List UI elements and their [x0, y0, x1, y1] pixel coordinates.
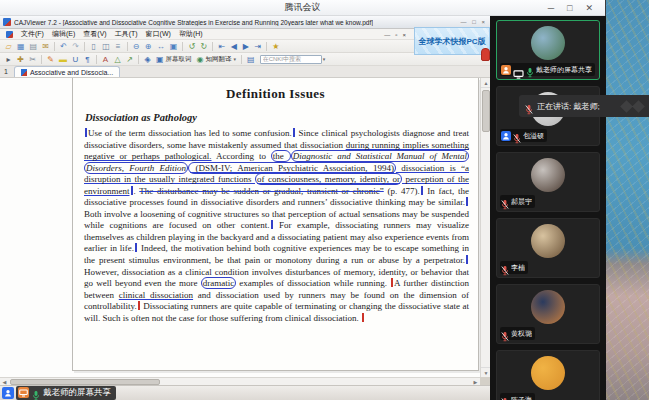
snapshot-icon[interactable]: ✂ [27, 54, 38, 65]
ink-mark-red [138, 301, 140, 310]
cnki-express-banner[interactable]: 全球学术快报PC版 [414, 27, 490, 55]
last-page-icon[interactable]: ⇥ [252, 41, 263, 52]
menu-item-5[interactable]: 帮助(H) [179, 29, 203, 39]
underline-annotate-icon[interactable]: U [70, 54, 81, 65]
participant-tile-5[interactable]: 陈子海 [496, 350, 600, 400]
close-button[interactable]: ✕ [585, 0, 593, 16]
pencil-annotate-glyph: ✎ [47, 55, 54, 64]
text-segment: the [271, 150, 291, 162]
single-page-icon[interactable]: ▯ [88, 41, 99, 52]
toast-decoration [622, 102, 643, 111]
text-segment: dramatic [201, 277, 236, 289]
menu-item-0[interactable]: 文件(F) [21, 29, 44, 39]
cnki-translate-label: 知网翻译 [206, 55, 232, 64]
zoom-out-icon[interactable]: ⊖ [131, 41, 142, 52]
meeting-title: 腾讯会议 [285, 1, 321, 14]
rotate-right-glyph: ↻ [200, 42, 207, 51]
hand-tool-icon[interactable]: ✚ [15, 54, 26, 65]
screen-word-capture-glyph: ▣ [156, 55, 164, 64]
first-page-glyph: ⇤ [218, 42, 225, 51]
cnki-translate-icon[interactable]: ◉知网翻译▾ [195, 54, 239, 65]
scroll-down-icon[interactable]: ▼ [481, 367, 490, 377]
muted-mic-icon [525, 101, 533, 112]
meeting-titlebar: 腾讯会议 ─ □ ✕ [0, 0, 605, 16]
cajviewer-title: CAJViewer 7.2 - [Associative and Dissoci… [14, 19, 373, 26]
text-extract-icon[interactable]: A [100, 54, 111, 65]
first-page-icon[interactable]: ⇤ [216, 41, 227, 52]
menu-item-4[interactable]: 窗口(W) [146, 29, 171, 39]
open-file-icon[interactable]: ▱ [3, 41, 14, 52]
text-segment: clinical dissociation [119, 290, 193, 300]
print-icon[interactable]: ▤ [28, 41, 40, 52]
doc-restore-button[interactable]: ▫ [395, 32, 397, 38]
toolbar-separator [182, 42, 183, 51]
cnki-search-input[interactable] [260, 55, 322, 64]
note-icon[interactable]: ¶ [82, 54, 93, 65]
fit-page-icon[interactable]: ▣ [168, 41, 180, 52]
cajviewer-app-icon [3, 18, 11, 26]
doc-minimize-button[interactable]: — [384, 32, 390, 38]
pencil-annotate-icon[interactable]: ✎ [45, 54, 56, 65]
menu-item-3[interactable]: 工具(T) [115, 29, 138, 39]
toolbar-separator [96, 55, 97, 64]
zoom-in-icon[interactable]: ⊕ [143, 41, 154, 52]
mic-icon [501, 394, 509, 400]
document-tab[interactable]: Associative and Dissocia... [14, 66, 120, 77]
tab-bar: 1 Associative and Dissocia... [0, 66, 490, 78]
text-segment: According to [212, 151, 271, 161]
underline-annotate-glyph: U [73, 55, 79, 64]
undo-icon[interactable]: ↶ [58, 41, 69, 52]
search-dropdown-icon[interactable]: ▾ [323, 56, 326, 62]
zoom-out-glyph: ⊖ [133, 42, 140, 51]
cajviewer-window-controls[interactable]: — □ × [461, 19, 487, 25]
print-glyph: ▤ [30, 42, 38, 51]
maximize-button[interactable]: □ [567, 0, 572, 16]
add-bookmark-icon[interactable]: ★ [270, 41, 281, 52]
select-tool-icon[interactable]: ▸ [3, 54, 14, 65]
ink-mark-blue [293, 128, 295, 137]
vertical-scroll-thumb[interactable] [482, 90, 490, 132]
cnki-translate-dropdown-icon: ▾ [234, 56, 237, 62]
document-paragraph: Use of the term dissociation has led to … [84, 128, 469, 324]
save-icon[interactable]: ▦ [15, 41, 27, 52]
doc-close-button[interactable]: × [402, 32, 406, 38]
email-icon[interactable]: ✉ [40, 41, 51, 52]
rotate-right-icon[interactable]: ↻ [198, 41, 209, 52]
search-scope-icon[interactable]: ▤ [245, 54, 257, 65]
facing-pages-icon[interactable]: ◫ [100, 41, 112, 52]
ocr-icon[interactable]: ◈ [142, 54, 153, 65]
highlight-icon[interactable]: ▬ [57, 54, 69, 65]
prev-page-glyph: ◀ [231, 42, 237, 51]
text-segment: (p. 477). [384, 186, 420, 196]
menu-item-1[interactable]: 编辑(E) [52, 29, 75, 39]
vertical-scrollbar[interactable]: ▲ ▼ [480, 78, 490, 377]
fit-width-glyph: ↔ [157, 42, 165, 51]
participant-name: 包溢硕 [523, 131, 544, 141]
participant-tile-3[interactable]: 李楠 [496, 218, 600, 278]
screen-word-capture-icon[interactable]: ▣屏幕取词 [154, 54, 194, 65]
prev-page-icon[interactable]: ◀ [228, 41, 239, 52]
mic-icon [526, 64, 534, 75]
redo-icon[interactable]: ↷ [70, 41, 81, 52]
scroll-up-icon[interactable]: ▲ [481, 78, 490, 88]
participant-tile-0[interactable]: 戴老师的屏幕共享 [496, 20, 600, 80]
continuous-view-icon[interactable]: ≡ [113, 41, 124, 52]
horizontal-scrollbar[interactable]: ◀ ▶ [0, 377, 480, 385]
cnki-translate-glyph: ◉ [197, 55, 204, 64]
next-page-icon[interactable]: ▶ [240, 41, 251, 52]
minimize-button[interactable]: ─ [548, 0, 554, 16]
tencent-meeting-window: 腾讯会议 ─ □ ✕ CAJViewer 7.2 - [Associative … [0, 0, 606, 400]
menu-item-2[interactable]: 查看(V) [83, 29, 106, 39]
shape-tool-icon[interactable]: △ [112, 54, 123, 65]
participant-label: 包溢硕 [500, 129, 547, 142]
fit-width-icon[interactable]: ↔ [155, 41, 167, 52]
participant-tile-4[interactable]: 黄权璐 [496, 284, 600, 344]
arrow-tool-icon[interactable]: ↗ [124, 54, 135, 65]
toolbar-separator [127, 42, 128, 51]
rotate-left-icon[interactable]: ↺ [186, 41, 197, 52]
mic-icon [501, 328, 509, 339]
participant-tile-2[interactable]: 郝晨宇 [496, 152, 600, 212]
mic-icon [513, 130, 521, 141]
open-file-glyph: ▱ [5, 42, 11, 51]
select-tool-glyph: ▸ [6, 55, 10, 64]
